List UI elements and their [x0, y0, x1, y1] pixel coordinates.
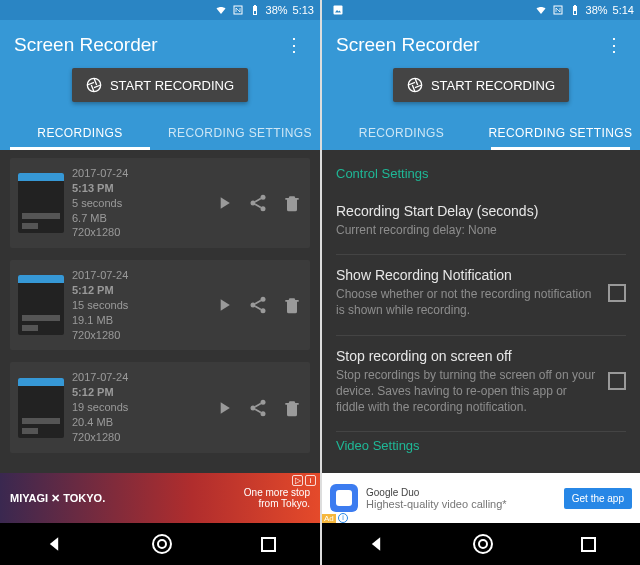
start-recording-button[interactable]: START RECORDING [72, 68, 248, 102]
recording-item[interactable]: 2017-07-24 5:12 PM 15 seconds 19.1 MB 72… [10, 260, 310, 350]
ad-banner[interactable]: ▷i MIYAGI ✕ TOKYO. One more stop from To… [0, 473, 320, 523]
recording-resolution: 720x1280 [72, 430, 206, 445]
tabs: RECORDINGS RECORDING SETTINGS [322, 114, 640, 150]
svg-rect-11 [334, 6, 343, 15]
svg-point-1 [87, 78, 100, 91]
nav-home-icon[interactable] [473, 534, 493, 554]
recording-size: 19.1 MB [72, 313, 206, 328]
checkbox[interactable] [608, 372, 626, 390]
recording-time: 5:13 PM [72, 181, 206, 196]
svg-point-3 [251, 201, 256, 206]
svg-point-4 [261, 206, 266, 211]
nav-recents-icon[interactable] [261, 537, 276, 552]
setting-start-delay[interactable]: Recording Start Delay (seconds) Current … [336, 191, 626, 255]
setting-title: Recording Start Delay (seconds) [336, 203, 626, 219]
checkbox[interactable] [608, 284, 626, 302]
play-icon[interactable] [214, 295, 234, 315]
battery-icon [249, 4, 261, 16]
tab-recording-settings[interactable]: RECORDING SETTINGS [160, 114, 320, 150]
nav-back-icon[interactable] [366, 534, 386, 554]
recording-thumbnail [18, 173, 64, 233]
tab-recordings[interactable]: RECORDINGS [0, 114, 160, 150]
start-recording-label: START RECORDING [110, 78, 234, 93]
play-icon[interactable] [214, 193, 234, 213]
ad-title: MIYAGI ✕ TOKYO. [10, 492, 105, 505]
adchoices-icon[interactable]: i [338, 513, 348, 523]
battery-percent: 38% [266, 4, 288, 16]
recording-date: 2017-07-24 [72, 268, 206, 283]
start-row: START RECORDING [0, 62, 320, 114]
aperture-icon [407, 77, 423, 93]
delete-icon[interactable] [282, 398, 302, 418]
recording-time: 5:12 PM [72, 283, 206, 298]
ad-line1: One more stop [244, 487, 310, 499]
wifi-icon [535, 4, 547, 16]
nav-bar [0, 523, 320, 565]
overflow-menu-icon[interactable]: ⋮ [602, 34, 626, 56]
setting-subtitle: Stop recordings by turning the screen of… [336, 367, 598, 416]
ad-cta-button[interactable]: Get the app [564, 488, 632, 509]
app-bar: Screen Recorder ⋮ [322, 20, 640, 62]
recording-duration: 15 seconds [72, 298, 206, 313]
nav-home-icon[interactable] [152, 534, 172, 554]
start-recording-label: START RECORDING [431, 78, 555, 93]
start-recording-button[interactable]: START RECORDING [393, 68, 569, 102]
setting-stop-on-screen-off[interactable]: Stop recording on screen off Stop record… [336, 336, 626, 433]
delete-icon[interactable] [282, 295, 302, 315]
recording-item[interactable]: 2017-07-24 5:12 PM 19 seconds 20.4 MB 72… [10, 362, 310, 452]
recordings-list: 2017-07-24 5:13 PM 5 seconds 6.7 MB 720x… [0, 150, 320, 473]
svg-point-2 [261, 195, 266, 200]
share-icon[interactable] [248, 193, 268, 213]
recording-resolution: 720x1280 [72, 225, 206, 240]
ad-label: Ad [322, 514, 336, 523]
status-bar: 38% 5:13 [0, 0, 320, 20]
phone-left: 38% 5:13 Screen Recorder ⋮ START RECORDI… [0, 0, 320, 565]
svg-point-10 [261, 411, 266, 416]
setting-subtitle: Current recording delay: None [336, 222, 626, 238]
recording-time: 5:12 PM [72, 385, 206, 400]
setting-subtitle: Choose whether or not the recording noti… [336, 286, 598, 318]
ad-line2: from Tokyo. [244, 498, 310, 510]
tabs: RECORDINGS RECORDING SETTINGS [0, 114, 320, 150]
overflow-menu-icon[interactable]: ⋮ [282, 34, 306, 56]
recording-duration: 19 seconds [72, 400, 206, 415]
play-icon[interactable] [214, 398, 234, 418]
picture-icon [332, 4, 344, 16]
settings-body: Control Settings Recording Start Delay (… [322, 150, 640, 473]
delete-icon[interactable] [282, 193, 302, 213]
app-title: Screen Recorder [336, 34, 602, 56]
wifi-icon [215, 4, 227, 16]
tab-recording-settings[interactable]: RECORDING SETTINGS [481, 114, 640, 150]
recording-date: 2017-07-24 [72, 370, 206, 385]
svg-point-8 [261, 399, 266, 404]
ad-banner[interactable]: Google Duo Highest-quality video calling… [322, 473, 640, 523]
recording-thumbnail [18, 275, 64, 335]
recording-meta: 2017-07-24 5:13 PM 5 seconds 6.7 MB 720x… [72, 166, 206, 240]
aperture-icon [86, 77, 102, 93]
recording-item[interactable]: 2017-07-24 5:13 PM 5 seconds 6.7 MB 720x… [10, 158, 310, 248]
share-icon[interactable] [248, 295, 268, 315]
status-bar: 38% 5:14 [322, 0, 640, 20]
nav-back-icon[interactable] [44, 534, 64, 554]
svg-point-9 [251, 405, 256, 410]
ad-text: Highest-quality video calling* [366, 498, 556, 510]
nav-recents-icon[interactable] [581, 537, 596, 552]
recording-date: 2017-07-24 [72, 166, 206, 181]
share-icon[interactable] [248, 398, 268, 418]
recording-actions [214, 193, 302, 213]
setting-show-notification[interactable]: Show Recording Notification Choose wheth… [336, 255, 626, 335]
start-row: START RECORDING [322, 62, 640, 114]
nfc-icon [552, 4, 564, 16]
section-video-settings: Video Settings [336, 438, 626, 453]
svg-point-6 [251, 303, 256, 308]
duo-app-icon [330, 484, 358, 512]
battery-percent: 38% [586, 4, 608, 16]
recording-resolution: 720x1280 [72, 328, 206, 343]
recordings-body: 2017-07-24 5:13 PM 5 seconds 6.7 MB 720x… [0, 150, 320, 473]
app-bar: Screen Recorder ⋮ [0, 20, 320, 62]
tab-recordings[interactable]: RECORDINGS [322, 114, 481, 150]
ad-app-name: Google Duo [366, 487, 556, 498]
recording-actions [214, 398, 302, 418]
status-time: 5:13 [293, 4, 314, 16]
recording-meta: 2017-07-24 5:12 PM 19 seconds 20.4 MB 72… [72, 370, 206, 444]
